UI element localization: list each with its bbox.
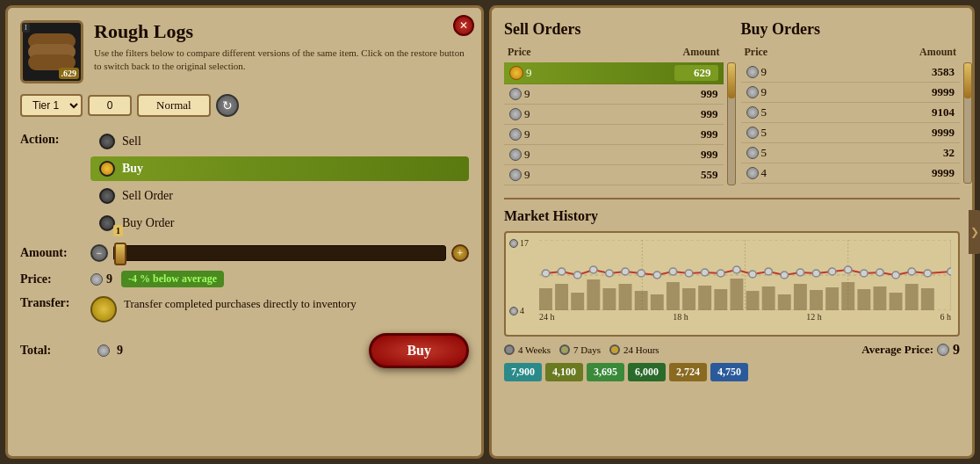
badge-4100[interactable]: 4,100 bbox=[545, 363, 583, 381]
buy-order-row-3[interactable]: 5 9104 bbox=[741, 103, 961, 123]
svg-point-51 bbox=[844, 266, 852, 273]
slider-thumb: 1 bbox=[114, 243, 126, 265]
sell-price-6: 9 bbox=[509, 168, 544, 182]
buy-order-row-2[interactable]: 9 9999 bbox=[741, 83, 961, 103]
buy-order-row-1[interactable]: 9 3583 bbox=[741, 62, 961, 83]
sidebar-expand-arrow[interactable]: ❯ bbox=[969, 210, 980, 254]
silver-coin-4 bbox=[509, 128, 522, 141]
left-panel: ✕ I .629 Rough Logs Use the filters belo… bbox=[5, 5, 484, 459]
svg-rect-13 bbox=[635, 291, 648, 310]
svg-point-36 bbox=[606, 270, 614, 277]
chart-svg bbox=[539, 240, 951, 310]
svg-point-38 bbox=[638, 270, 645, 277]
svg-point-49 bbox=[812, 270, 820, 277]
legend-24hours: 24 Hours bbox=[609, 344, 659, 355]
bottom-badges: 7,900 4,100 3,695 6,000 2,724 4,750 bbox=[504, 363, 960, 381]
transfer-icon bbox=[90, 296, 117, 323]
sell-orders-title: Sell Orders bbox=[504, 20, 724, 39]
orders-row: Sell Orders Price Amount 9 629 bbox=[504, 20, 960, 185]
badge-7900[interactable]: 7,900 bbox=[504, 363, 542, 381]
buy-order-row-5[interactable]: 5 32 bbox=[741, 143, 961, 163]
action-buy[interactable]: Buy bbox=[90, 156, 469, 181]
buy-order-row-6[interactable]: 4 9999 bbox=[741, 163, 961, 184]
filter-row: Tier 1 Normal ↻ bbox=[20, 94, 469, 117]
svg-rect-25 bbox=[825, 287, 839, 310]
legend-24hours-dot bbox=[609, 344, 620, 355]
sell-amount-1: 629 bbox=[674, 65, 718, 81]
close-button[interactable]: ✕ bbox=[453, 15, 474, 36]
slider-value: 1 bbox=[113, 225, 123, 236]
sell-amount-header: Amount bbox=[682, 46, 719, 59]
sell-orders-table: 9 629 9 999 9 bbox=[504, 62, 724, 185]
price-label: Price: bbox=[20, 272, 90, 286]
sell-scroll-thumb bbox=[728, 63, 735, 98]
buy-price-5: 5 bbox=[746, 146, 782, 160]
amount-slider[interactable]: 1 bbox=[113, 245, 446, 261]
svg-point-44 bbox=[733, 266, 741, 273]
svg-point-52 bbox=[861, 270, 868, 277]
right-panel: Sell Orders Price Amount 9 629 bbox=[489, 5, 975, 459]
buy-silver-3 bbox=[746, 106, 759, 119]
svg-rect-29 bbox=[890, 293, 903, 310]
time-label-24h: 24 h bbox=[539, 312, 555, 322]
sell-amount-2: 999 bbox=[674, 87, 718, 101]
action-sell[interactable]: Sell bbox=[90, 129, 469, 154]
svg-point-32 bbox=[542, 270, 550, 277]
svg-point-50 bbox=[828, 268, 836, 275]
svg-rect-10 bbox=[587, 279, 600, 310]
svg-point-48 bbox=[796, 269, 804, 276]
tier-select[interactable]: Tier 1 bbox=[20, 94, 83, 117]
sell-amount-6: 559 bbox=[674, 168, 718, 182]
sell-order-row-1[interactable]: 9 629 bbox=[504, 62, 724, 84]
buy-price-6: 4 bbox=[746, 166, 782, 180]
item-icon: I .629 bbox=[20, 20, 83, 83]
svg-rect-19 bbox=[730, 279, 743, 310]
badge-2724[interactable]: 2,724 bbox=[669, 363, 707, 381]
badge-3695[interactable]: 3,695 bbox=[587, 363, 624, 381]
svg-point-55 bbox=[908, 268, 916, 275]
buy-order-row-4[interactable]: 5 9999 bbox=[741, 123, 961, 143]
sell-scrollbar[interactable] bbox=[727, 62, 736, 185]
chart-container: 17 4 bbox=[504, 231, 960, 337]
main-panel: ✕ I .629 Rough Logs Use the filters belo… bbox=[0, 0, 980, 464]
svg-point-47 bbox=[781, 272, 789, 279]
price-below-average-badge: -4 % below average bbox=[121, 271, 224, 287]
action-sell-order[interactable]: Sell Order bbox=[90, 184, 469, 208]
svg-rect-27 bbox=[857, 289, 870, 310]
silver-coin-6 bbox=[509, 169, 522, 181]
sell-order-row-4[interactable]: 9 999 bbox=[504, 125, 724, 145]
buy-silver-4 bbox=[746, 127, 759, 139]
action-options: Sell Buy Sell Order Buy Order bbox=[90, 129, 469, 236]
sell-order-row-3[interactable]: 9 999 bbox=[504, 105, 724, 125]
avg-coin-icon bbox=[937, 344, 949, 356]
chart-y-max: 17 bbox=[509, 238, 529, 248]
amount-plus-button[interactable]: + bbox=[451, 244, 469, 262]
buy-scrollbar[interactable] bbox=[963, 62, 972, 184]
action-buy-order[interactable]: Buy Order bbox=[90, 211, 469, 236]
filter-value-input[interactable] bbox=[88, 95, 132, 116]
total-label: Total: bbox=[20, 344, 90, 358]
refresh-button[interactable]: ↻ bbox=[216, 94, 239, 117]
sell-order-row-5[interactable]: 9 999 bbox=[504, 145, 724, 165]
svg-point-37 bbox=[622, 268, 630, 275]
buy-orders-title: Buy Orders bbox=[741, 20, 961, 39]
buy-radio bbox=[99, 161, 115, 177]
svg-rect-15 bbox=[667, 282, 680, 310]
svg-rect-12 bbox=[619, 284, 632, 310]
badge-6000[interactable]: 6,000 bbox=[628, 363, 666, 381]
buy-order-label: Buy Order bbox=[122, 216, 175, 230]
amount-minus-button[interactable]: − bbox=[90, 244, 108, 262]
svg-rect-20 bbox=[746, 291, 760, 310]
item-header: I .629 Rough Logs Use the filters below … bbox=[20, 20, 469, 83]
svg-rect-16 bbox=[682, 288, 695, 310]
buy-orders-section: Buy Orders Price Amount 9 3583 bbox=[741, 20, 961, 185]
buy-button[interactable]: Buy bbox=[369, 333, 469, 368]
sell-order-row-2[interactable]: 9 999 bbox=[504, 84, 724, 105]
sell-order-row-6[interactable]: 9 559 bbox=[504, 165, 724, 185]
svg-rect-21 bbox=[762, 286, 775, 310]
silver-coin-5 bbox=[509, 149, 522, 161]
badge-4750[interactable]: 4,750 bbox=[710, 363, 748, 381]
svg-point-35 bbox=[590, 266, 598, 273]
buy-orders-table: 9 3583 9 9999 5 bbox=[741, 62, 961, 184]
price-row: Price: 9 -4 % below average bbox=[20, 271, 469, 287]
